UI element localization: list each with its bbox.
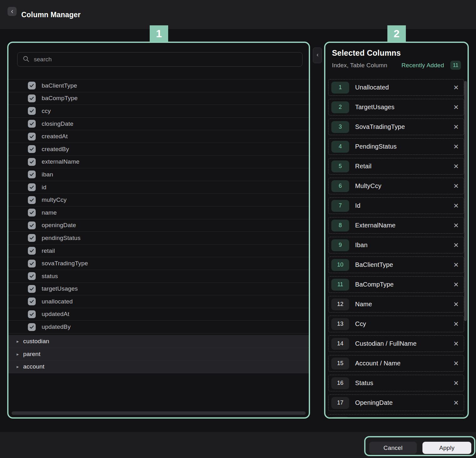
available-column-label: openingDate	[42, 222, 76, 229]
checkbox-checked-icon[interactable]	[28, 196, 36, 204]
available-column-row[interactable]: id	[8, 181, 309, 194]
apply-button[interactable]: Apply	[422, 442, 471, 454]
selected-column-item[interactable]: 7 Id ✕	[328, 197, 464, 214]
checkbox-checked-icon[interactable]	[28, 323, 36, 331]
selected-column-item[interactable]: 4 PendingStatus ✕	[328, 138, 464, 155]
remove-column-icon[interactable]: ✕	[453, 222, 459, 229]
selected-column-item[interactable]: 16 Status ✕	[328, 375, 464, 391]
selected-column-item[interactable]: 1 Unallocated ✕	[328, 79, 464, 96]
horizontal-scrollbar[interactable]	[12, 411, 306, 415]
available-column-row[interactable]: updatedAt	[8, 308, 309, 321]
checkbox-checked-icon[interactable]	[28, 260, 36, 267]
selected-column-index-badge	[331, 417, 349, 419]
selected-column-label: TargetUsages	[355, 104, 395, 111]
checkbox-checked-icon[interactable]	[28, 298, 36, 305]
checkbox-checked-icon[interactable]	[28, 221, 36, 229]
available-column-row[interactable]: status	[8, 270, 309, 283]
selected-column-index-badge: 7	[331, 200, 349, 212]
selected-columns-title: Selected Columns	[332, 48, 401, 58]
app-footer: Cancel Apply	[0, 432, 476, 458]
remove-column-icon[interactable]: ✕	[453, 242, 459, 248]
checkbox-checked-icon[interactable]	[28, 133, 36, 140]
available-column-row[interactable]: baClientType	[8, 79, 309, 92]
back-button[interactable]	[8, 7, 17, 16]
selected-column-item[interactable]: 11 BaCompType ✕	[328, 276, 464, 293]
column-group-row[interactable]: ▸ account	[8, 360, 309, 373]
search-box[interactable]	[17, 52, 303, 67]
collapse-panel-button[interactable]	[313, 48, 322, 63]
remove-column-icon[interactable]: ✕	[453, 281, 459, 288]
checkbox-checked-icon[interactable]	[28, 247, 36, 255]
selected-column-item[interactable]: 13 Ccy ✕	[328, 316, 464, 332]
available-column-row[interactable]: pendingStatus	[8, 232, 309, 245]
remove-column-icon[interactable]: ✕	[453, 202, 459, 209]
available-column-row[interactable]: externalName	[8, 156, 309, 169]
checkbox-checked-icon[interactable]	[28, 82, 36, 89]
remove-column-icon[interactable]: ✕	[453, 143, 459, 150]
selected-column-item[interactable]: 5 Retail ✕	[328, 158, 464, 175]
available-column-row[interactable]: closingDate	[8, 118, 309, 130]
remove-column-icon[interactable]: ✕	[453, 380, 459, 386]
selected-column-label: MultyCcy	[355, 182, 381, 190]
available-column-row[interactable]: iban	[8, 168, 309, 181]
selected-column-item[interactable]: 15 Account / Name ✕	[328, 355, 464, 372]
remove-column-icon[interactable]: ✕	[453, 399, 459, 406]
checkbox-checked-icon[interactable]	[28, 272, 36, 280]
selected-column-item[interactable]: 8 ExternalName ✕	[328, 217, 464, 234]
available-column-label: id	[42, 184, 46, 191]
remove-column-icon[interactable]: ✕	[453, 163, 459, 170]
column-group-row[interactable]: ▸ custodian	[8, 335, 309, 348]
available-column-row[interactable]: createdBy	[8, 143, 309, 156]
search-input[interactable]	[34, 56, 297, 63]
selected-column-item[interactable]: 12 Name ✕	[328, 296, 464, 313]
selected-column-item[interactable]: 14 Custodian / FullName ✕	[328, 335, 464, 352]
remove-column-icon[interactable]: ✕	[453, 262, 459, 268]
selected-columns-list: 1 Unallocated ✕ 2 TargetUsages ✕ 3 SovaT…	[328, 79, 464, 419]
checkbox-checked-icon[interactable]	[28, 158, 36, 166]
available-column-row[interactable]: openingDate	[8, 219, 309, 232]
available-column-row[interactable]: updatedBy	[8, 321, 309, 333]
checkbox-checked-icon[interactable]	[28, 94, 36, 102]
available-column-row[interactable]: targetUsages	[8, 283, 309, 296]
checkbox-checked-icon[interactable]	[28, 285, 36, 293]
column-group-row[interactable]: ▸ parent	[8, 348, 309, 361]
selected-column-item[interactable]: 9 Iban ✕	[328, 237, 464, 253]
available-column-row[interactable]: ccy	[8, 105, 309, 118]
remove-column-icon[interactable]: ✕	[453, 301, 459, 308]
available-column-row[interactable]: sovaTradingType	[8, 257, 309, 270]
available-column-row[interactable]: unallocated	[8, 295, 309, 308]
checkbox-checked-icon[interactable]	[28, 183, 36, 191]
selected-column-item[interactable]: 2 TargetUsages ✕	[328, 99, 464, 115]
checkbox-checked-icon[interactable]	[28, 145, 36, 153]
remove-column-icon[interactable]: ✕	[453, 183, 459, 189]
checkbox-checked-icon[interactable]	[28, 107, 36, 115]
checkbox-checked-icon[interactable]	[28, 209, 36, 216]
selected-column-label: Status	[355, 379, 373, 387]
checkbox-checked-icon[interactable]	[28, 170, 36, 178]
remove-column-icon[interactable]: ✕	[453, 124, 459, 130]
available-columns-panel: baClientType baCompType ccy closingDate …	[7, 42, 310, 419]
selected-column-item[interactable]	[328, 414, 464, 419]
available-column-row[interactable]: multyCcy	[8, 194, 309, 206]
checkbox-checked-icon[interactable]	[28, 120, 36, 128]
remove-column-icon[interactable]: ✕	[453, 340, 459, 347]
remove-column-icon[interactable]: ✕	[453, 321, 459, 327]
chevron-left-icon	[316, 53, 319, 58]
remove-column-icon[interactable]: ✕	[453, 104, 459, 110]
chevron-right-icon: ▸	[17, 352, 19, 356]
selected-columns-panel: Selected Columns Index, Table Column Rec…	[324, 42, 469, 419]
remove-column-icon[interactable]: ✕	[453, 84, 459, 91]
selected-column-item[interactable]: 17 OpeningDate ✕	[328, 394, 464, 411]
selected-column-item[interactable]: 3 SovaTradingType ✕	[328, 119, 464, 135]
vertical-scrollbar[interactable]	[464, 81, 467, 321]
available-column-row[interactable]: retail	[8, 245, 309, 257]
remove-column-icon[interactable]: ✕	[453, 360, 459, 367]
available-column-row[interactable]: name	[8, 206, 309, 219]
available-column-row[interactable]: createdAt	[8, 130, 309, 143]
selected-column-item[interactable]: 6 MultyCcy ✕	[328, 178, 464, 194]
checkbox-checked-icon[interactable]	[28, 310, 36, 318]
available-column-row[interactable]: baCompType	[8, 92, 309, 105]
selected-column-item[interactable]: 10 BaClientType ✕	[328, 257, 464, 273]
checkbox-checked-icon[interactable]	[28, 234, 36, 242]
cancel-button[interactable]: Cancel	[369, 442, 417, 454]
